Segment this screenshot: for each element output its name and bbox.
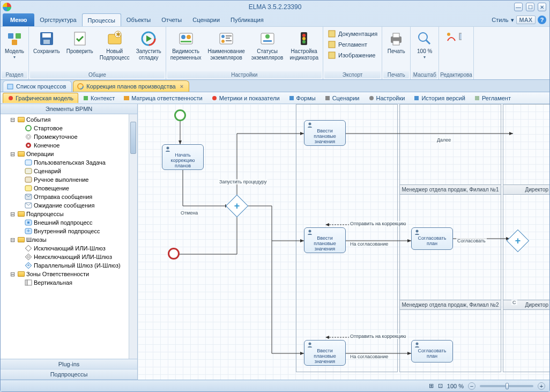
sub-tabs: Графическая модельКонтекстМатрица ответс… bbox=[1, 92, 549, 104]
tree-node-4[interactable]: ⊟Операции bbox=[2, 150, 136, 158]
canvas-area[interactable]: Менеджер отдела продаж, Филиал №1Менедже… bbox=[138, 104, 549, 380]
tree-node-3[interactable]: Конечное bbox=[2, 141, 136, 150]
tree-node-14[interactable]: ⊟Шлюзы bbox=[2, 235, 136, 244]
style-label[interactable]: Стиль bbox=[492, 17, 508, 23]
sidebar: Элементы BPMN ⊟СобытияСтартовоеПромежуто… bbox=[1, 104, 138, 380]
help-icon[interactable]: ? bbox=[538, 16, 546, 24]
ribbon-save[interactable]: Сохранить bbox=[30, 28, 63, 71]
tree-node-9[interactable]: Отправка сообщения bbox=[2, 193, 136, 201]
zoom-slider[interactable] bbox=[480, 385, 533, 387]
window-title: ELMA 3.5.2.23390 bbox=[249, 3, 302, 11]
bpmn-task[interactable]: Согласовать план bbox=[411, 340, 453, 363]
menu-tab-4[interactable]: Сценарии bbox=[187, 13, 225, 26]
bpmn-task[interactable]: Ввести плановые значения bbox=[304, 340, 346, 366]
subtab-5[interactable]: Сценарии bbox=[320, 93, 364, 103]
svg-rect-31 bbox=[329, 52, 335, 58]
grid-icon[interactable]: ⊞ bbox=[429, 382, 434, 389]
svg-point-13 bbox=[181, 35, 185, 39]
tree-node-10[interactable]: Ожидание сообщения bbox=[2, 201, 136, 210]
tree-node-18[interactable]: ⊟Зоны Ответственности bbox=[2, 270, 136, 278]
zoom-label: 100 % bbox=[447, 383, 464, 389]
doc-tab-1[interactable]: Коррекция планов производства× bbox=[73, 80, 189, 92]
flow-label: С bbox=[511, 300, 517, 305]
ribbon-statuses[interactable]: Статусыэкземпляров bbox=[248, 28, 287, 71]
tree-node-13[interactable]: +Внутренний подпроцесс bbox=[2, 227, 136, 235]
close-icon[interactable]: × bbox=[180, 83, 183, 90]
tree-node-17[interactable]: +Параллельный Шлюз (И-Шлюз) bbox=[2, 261, 136, 270]
ribbon-small-Документация[interactable]: Документация bbox=[326, 29, 378, 39]
bpmn-task[interactable]: Согласовать план bbox=[411, 227, 453, 250]
ribbon-check[interactable]: Проверить bbox=[63, 28, 96, 71]
flow-label: Далее bbox=[436, 137, 452, 143]
menu-tab-5[interactable]: Публикация bbox=[225, 13, 269, 26]
bpmn-tree[interactable]: ⊟СобытияСтартовоеПромежуточноеКонечное⊟О… bbox=[1, 114, 137, 359]
snap-icon[interactable]: ⊡ bbox=[438, 382, 443, 389]
sidebar-plugins[interactable]: Plug-ins bbox=[1, 359, 137, 369]
menu-tab-2[interactable]: Объекты bbox=[121, 13, 156, 26]
menu-tab-3[interactable]: Отчеты bbox=[156, 13, 187, 26]
scrollbar[interactable] bbox=[129, 114, 137, 359]
bpmn-gateway[interactable]: + bbox=[229, 198, 245, 214]
ribbon-edit-tools[interactable] bbox=[440, 28, 466, 71]
ribbon-debug[interactable]: Запуститьотладку bbox=[133, 28, 165, 71]
flow-label: На согласование bbox=[349, 241, 389, 247]
bpmn-event[interactable] bbox=[174, 109, 186, 121]
bpmn-task[interactable]: Ввести плановые значения bbox=[304, 227, 346, 253]
menu-tab-1[interactable]: Процессы bbox=[82, 13, 121, 26]
ribbon-new-sub[interactable]: ✱НовыйПодпроцесс bbox=[96, 28, 133, 71]
svg-rect-53 bbox=[25, 168, 32, 174]
zoom-in-button[interactable]: + bbox=[538, 382, 545, 390]
document-tabs: Список процессовКоррекция планов произво… bbox=[1, 80, 549, 92]
tree-node-8[interactable]: Оповещение bbox=[2, 184, 136, 193]
tree-node-7[interactable]: Ручное выполнение bbox=[2, 175, 136, 184]
bpmn-event[interactable] bbox=[168, 248, 180, 260]
ribbon-print[interactable]: Печать bbox=[383, 28, 409, 71]
tree-node-0[interactable]: ⊟События bbox=[2, 115, 136, 124]
svg-rect-0 bbox=[8, 33, 13, 39]
svg-rect-30 bbox=[329, 41, 335, 48]
flow-label: Запустить процедуру bbox=[218, 179, 267, 184]
svg-rect-21 bbox=[226, 40, 232, 41]
tree-node-11[interactable]: ⊟Подпроцессы bbox=[2, 210, 136, 218]
doc-tab-0[interactable]: Список процессов bbox=[3, 80, 72, 92]
subtab-2[interactable]: Матрица ответственности bbox=[119, 93, 207, 103]
ribbon-indicator[interactable]: Настройкаиндикатора bbox=[286, 28, 322, 71]
ribbon-small-Регламент[interactable]: Регламент bbox=[326, 40, 378, 49]
subtab-8[interactable]: Регламент bbox=[470, 93, 515, 103]
tree-node-6[interactable]: Сценарий bbox=[2, 167, 136, 175]
ribbon-vis[interactable]: Видимостьпеременных bbox=[167, 28, 205, 71]
subtab-3[interactable]: Метрики и показатели bbox=[207, 93, 284, 103]
menu-tab-0[interactable]: Оргструктура bbox=[34, 13, 81, 26]
ribbon-small-Изображение[interactable]: Изображение bbox=[326, 50, 378, 60]
svg-rect-29 bbox=[329, 31, 335, 37]
ribbon-model[interactable]: Модель▾ bbox=[2, 28, 27, 71]
ribbon-zoom[interactable]: 100 %▾ bbox=[412, 28, 437, 71]
app-icon bbox=[3, 3, 11, 11]
bpmn-gateway[interactable]: + bbox=[510, 233, 526, 249]
subtab-1[interactable]: Контекст bbox=[78, 93, 119, 103]
svg-rect-59 bbox=[27, 221, 29, 224]
tree-node-15[interactable]: Исключающий ИЛИ-Шлюз bbox=[2, 244, 136, 253]
subtab-6[interactable]: Настройки bbox=[364, 93, 410, 103]
close-button[interactable]: ✕ bbox=[538, 3, 546, 11]
tree-node-16[interactable]: Неисключающий ИЛИ-Шлюз bbox=[2, 253, 136, 261]
ribbon-naming[interactable]: Наименованиеэкземпляров bbox=[204, 28, 248, 71]
subtab-0[interactable]: Графическая модель bbox=[3, 93, 78, 103]
bpmn-task[interactable]: Начать коррекцию планов bbox=[162, 144, 204, 170]
menu-button[interactable]: Меню bbox=[3, 13, 34, 26]
zoom-out-button[interactable]: − bbox=[468, 382, 475, 390]
tree-node-19[interactable]: Вертикальная bbox=[2, 278, 136, 287]
bpmn-task[interactable]: Ввести плановые значения bbox=[304, 120, 346, 146]
subtab-4[interactable]: Формы bbox=[284, 93, 320, 103]
tree-node-1[interactable]: Стартовое bbox=[2, 124, 136, 132]
tree-node-2[interactable]: Промежуточное bbox=[2, 132, 136, 141]
sidebar-subprocesses[interactable]: Подпроцессы bbox=[1, 369, 137, 380]
tree-node-12[interactable]: Внешний подпроцесс bbox=[2, 218, 136, 227]
minimize-button[interactable]: — bbox=[514, 3, 523, 11]
tree-node-5[interactable]: Пользовательская Задача bbox=[2, 158, 136, 167]
max-badge[interactable]: MAX bbox=[516, 16, 536, 24]
svg-point-73 bbox=[309, 343, 311, 345]
subtab-7[interactable]: История версий bbox=[409, 93, 469, 103]
svg-rect-19 bbox=[226, 38, 230, 39]
maximize-button[interactable]: ☐ bbox=[526, 3, 534, 11]
